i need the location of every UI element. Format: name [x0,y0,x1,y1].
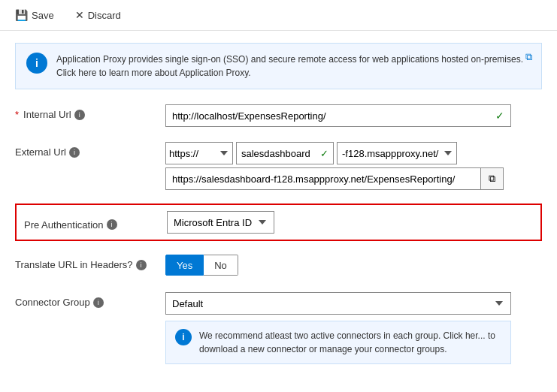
connector-info-banner: i We recommend atleast two active connec… [165,321,511,364]
connector-group-label: Connector Group i [15,292,165,308]
info-banner: i Application Proxy provides single sign… [15,43,542,89]
external-url-field: https:// ✓ -f128.msappproxy.net/ ⧉ [165,142,542,190]
toolbar: 💾 Save ✕ Discard [0,0,557,31]
external-link-icon[interactable]: ⧉ [525,51,532,63]
external-url-group: https:// ✓ -f128.msappproxy.net/ ⧉ [165,142,542,190]
save-icon: 💾 [15,9,28,21]
copy-icon: ⧉ [489,173,495,185]
internal-url-help-icon[interactable]: i [74,110,85,120]
pre-auth-select[interactable]: Microsoft Entra ID Passthrough [167,211,274,234]
connector-group-select[interactable]: Default [165,292,511,315]
pre-auth-row: Pre Authentication i Microsoft Entra ID … [15,204,542,241]
internal-url-valid-icon: ✓ [495,110,510,122]
copy-url-button[interactable]: ⧉ [481,167,504,190]
domain-select[interactable]: -f128.msappproxy.net/ [337,142,457,164]
yes-toggle-button[interactable]: Yes [165,255,204,276]
connector-group-help-icon[interactable]: i [93,297,104,308]
internal-url-field: ✓ [165,104,542,127]
internal-url-label: * Internal Url i [15,104,165,120]
pre-auth-label: Pre Authentication i [24,215,167,231]
connector-info-icon: i [175,329,192,345]
no-toggle-button[interactable]: No [204,255,238,276]
main-content: i Application Proxy provides single sign… [0,31,557,390]
external-url-full: ⧉ [165,167,542,190]
discard-icon: ✕ [75,9,84,21]
translate-url-help-icon[interactable]: i [136,260,147,270]
pre-auth-field: Microsoft Entra ID Passthrough [167,211,533,234]
connector-info-text: We recommend atleast two active connecto… [199,329,501,356]
connector-group-field: Default i We recommend atleast two activ… [165,292,542,364]
banner-text: Application Proxy provides single sign-o… [56,53,531,80]
connector-group-row: Connector Group i Default i We recommend… [15,292,542,364]
external-url-label: External Url i [15,142,165,158]
internal-url-input-wrapper: ✓ [165,104,511,127]
save-button[interactable]: 💾 Save [12,8,57,23]
discard-button[interactable]: ✕ Discard [72,8,124,23]
save-label: Save [32,10,54,21]
internal-url-row: * Internal Url i ✓ [15,104,542,128]
pre-auth-help-icon[interactable]: i [107,219,117,230]
translate-url-field: Yes No [165,255,542,276]
translate-url-row: Translate URL in Headers? i Yes No [15,255,542,279]
internal-url-input[interactable] [166,105,495,126]
full-url-input[interactable] [165,167,481,190]
subdomain-valid-icon: ✓ [320,148,333,159]
subdomain-input[interactable] [237,143,320,164]
subdomain-input-wrapper: ✓ [236,142,334,164]
external-url-help-icon[interactable]: i [69,147,80,158]
protocol-select[interactable]: https:// [165,142,233,164]
external-url-top: https:// ✓ -f128.msappproxy.net/ [165,142,542,164]
info-icon: i [26,53,47,74]
discard-label: Discard [88,10,121,21]
translate-url-toggle: Yes No [165,255,542,276]
translate-url-label: Translate URL in Headers? i [15,255,165,270]
external-url-row: External Url i https:// ✓ -f128.msapppro… [15,142,542,190]
